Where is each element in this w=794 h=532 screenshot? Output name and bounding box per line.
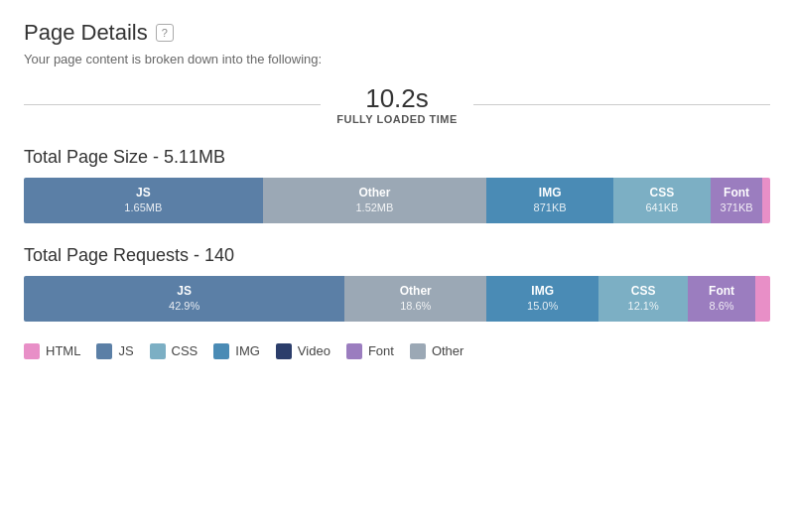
legend-label: HTML [46, 343, 80, 358]
legend-color-video [276, 343, 292, 359]
legend-item-css: CSS [150, 343, 198, 359]
timeline-line-left [24, 104, 321, 105]
subtitle: Your page content is broken down into th… [24, 52, 770, 66]
req-bar-segment-other: Other18.6% [344, 276, 486, 322]
size-bar-segment-html [762, 178, 770, 223]
seg-label: CSS [650, 186, 675, 201]
legend-item-video: Video [276, 343, 331, 359]
legend-item-js: JS [96, 343, 133, 359]
page-title-row: Page Details ? [24, 20, 770, 46]
size-bar-segment-css: CSS641KB [613, 178, 711, 223]
size-bar-segment-font: Font371KB [711, 178, 763, 223]
seg-value: 18.6% [400, 299, 431, 313]
seg-label: Font [709, 284, 734, 300]
size-bar-segment-other: Other1.52MB [263, 178, 487, 223]
req-bar-segment-html [755, 276, 770, 322]
requests-bar: JS42.9%Other18.6%IMG15.0%CSS12.1%Font8.6… [24, 276, 770, 322]
legend-color-css [150, 343, 166, 359]
req-bar-segment-img: IMG15.0% [486, 276, 598, 322]
timeline-center: 10.2s Fully Loaded Time [321, 84, 473, 125]
seg-value: 371KB [721, 200, 753, 214]
seg-value: 641KB [645, 200, 678, 214]
size-bar-segment-img: IMG871KB [486, 178, 613, 223]
seg-value: 42.9% [169, 299, 199, 313]
seg-label: JS [136, 186, 151, 201]
page-title: Page Details [24, 20, 148, 46]
legend-color-font [346, 343, 362, 359]
seg-label: CSS [631, 284, 656, 300]
req-bar-segment-css: CSS12.1% [598, 276, 688, 322]
legend-color-img [213, 343, 229, 359]
legend-item-img: IMG [213, 343, 260, 359]
timeline-container: 10.2s Fully Loaded Time [24, 84, 770, 125]
legend-label: Other [432, 343, 464, 358]
seg-label: Font [724, 186, 749, 201]
legend-item-html: HTML [24, 343, 80, 359]
help-badge[interactable]: ? [156, 24, 174, 42]
seg-value: 1.65MB [124, 200, 162, 214]
legend-label: CSS [172, 343, 198, 358]
seg-value: 871KB [534, 200, 567, 214]
seg-value: 1.52MB [355, 200, 393, 214]
requests-section-title: Total Page Requests - 140 [24, 245, 770, 266]
legend-color-html [24, 343, 40, 359]
seg-label: IMG [539, 186, 562, 201]
legend-label: IMG [235, 343, 260, 358]
legend-label: Video [298, 343, 331, 358]
legend-color-other [410, 343, 426, 359]
size-section-title: Total Page Size - 5.11MB [24, 147, 770, 168]
seg-label: Other [358, 186, 390, 201]
seg-value: 15.0% [527, 299, 558, 313]
legend-label: JS [118, 343, 133, 358]
timeline-label: Fully Loaded Time [336, 113, 458, 125]
legend-item-font: Font [346, 343, 394, 359]
timeline-value: 10.2s [365, 84, 429, 113]
seg-label: IMG [531, 284, 554, 300]
legend-color-js [96, 343, 112, 359]
seg-value: 12.1% [628, 299, 659, 313]
req-bar-segment-js: JS42.9% [24, 276, 344, 322]
seg-label: JS [177, 284, 192, 300]
legend-item-other: Other [410, 343, 464, 359]
size-bar-segment-js: JS1.65MB [24, 178, 263, 223]
seg-value: 8.6% [710, 299, 734, 313]
timeline-line-right [473, 104, 770, 105]
size-bar: JS1.65MBOther1.52MBIMG871KBCSS641KBFont3… [24, 178, 770, 223]
seg-label: Other [400, 284, 432, 300]
legend-label: Font [368, 343, 394, 358]
req-bar-segment-font: Font8.6% [688, 276, 755, 322]
legend: HTMLJSCSSIMGVideoFontOther [24, 343, 770, 359]
